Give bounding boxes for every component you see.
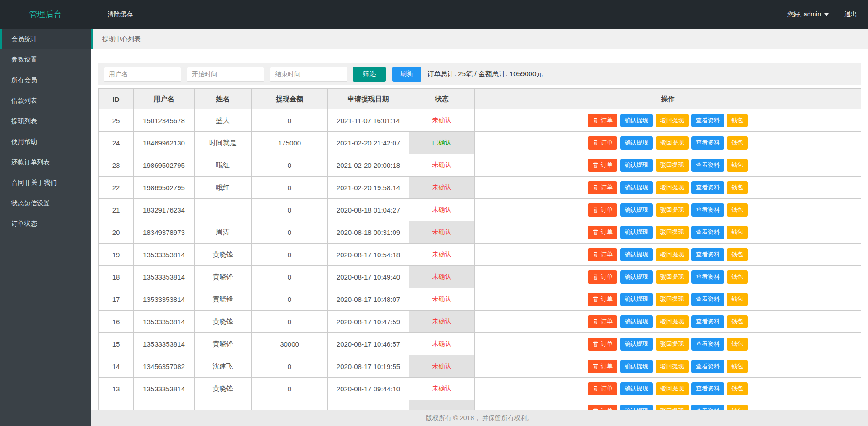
order-button[interactable]: 订单 bbox=[588, 248, 617, 261]
view-profile-button[interactable]: 查看资料 bbox=[691, 293, 724, 306]
confirm-withdraw-button[interactable]: 确认提现 bbox=[620, 270, 653, 284]
reject-withdraw-button[interactable]: 驳回提现 bbox=[656, 315, 689, 328]
name-cell: 哦红 bbox=[195, 177, 252, 199]
view-profile-button[interactable]: 查看资料 bbox=[691, 248, 724, 261]
reject-withdraw-button[interactable]: 驳回提现 bbox=[656, 136, 689, 150]
clear-cache-link[interactable]: 清除缓存 bbox=[98, 0, 142, 29]
sidebar-item-member-stats[interactable]: 会员统计 bbox=[0, 29, 91, 49]
reject-withdraw-button[interactable]: 驳回提现 bbox=[656, 338, 689, 351]
wallet-button[interactable]: 钱包 bbox=[727, 293, 748, 306]
button-label: 驳回提现 bbox=[660, 116, 684, 125]
confirm-withdraw-button[interactable]: 确认提现 bbox=[620, 181, 653, 194]
wallet-button[interactable]: 钱包 bbox=[727, 360, 748, 373]
order-button[interactable]: 订单 bbox=[588, 181, 617, 194]
status-cell: 未确认 bbox=[409, 199, 475, 221]
confirm-withdraw-button[interactable]: 确认提现 bbox=[620, 159, 653, 172]
view-profile-button[interactable]: 查看资料 bbox=[691, 315, 724, 328]
reject-withdraw-button[interactable]: 驳回提现 bbox=[656, 293, 689, 306]
view-profile-button[interactable]: 查看资料 bbox=[691, 203, 724, 217]
reject-withdraw-button[interactable]: 驳回提现 bbox=[656, 382, 689, 395]
view-profile-button[interactable]: 查看资料 bbox=[691, 338, 724, 351]
reject-withdraw-button[interactable]: 驳回提现 bbox=[656, 181, 689, 194]
reject-withdraw-button[interactable]: 驳回提现 bbox=[656, 226, 689, 239]
confirm-withdraw-button[interactable]: 确认提现 bbox=[620, 203, 653, 217]
view-profile-button[interactable]: 查看资料 bbox=[691, 382, 724, 395]
order-button[interactable]: 订单 bbox=[588, 114, 617, 127]
filter-button[interactable]: 筛选 bbox=[353, 67, 386, 82]
view-profile-button[interactable]: 查看资料 bbox=[691, 114, 724, 127]
name-cell: 黄晓锋 bbox=[195, 333, 252, 355]
trash-icon bbox=[592, 318, 599, 325]
sidebar-item-sms-settings[interactable]: 状态短信设置 bbox=[0, 193, 91, 213]
username-cell: 13533353814 bbox=[134, 333, 195, 355]
button-label: 订单 bbox=[601, 340, 613, 348]
button-label: 确认提现 bbox=[625, 340, 648, 348]
logout-link[interactable]: 退出 bbox=[844, 10, 857, 19]
confirm-withdraw-button[interactable]: 确认提现 bbox=[620, 136, 653, 150]
view-profile-button[interactable]: 查看资料 bbox=[691, 226, 724, 239]
wallet-button[interactable]: 钱包 bbox=[727, 159, 748, 172]
confirm-withdraw-button[interactable]: 确认提现 bbox=[620, 226, 653, 239]
view-profile-button[interactable]: 查看资料 bbox=[691, 270, 724, 284]
wallet-button[interactable]: 钱包 bbox=[727, 114, 748, 127]
wallet-button[interactable]: 钱包 bbox=[727, 226, 748, 239]
refresh-button[interactable]: 刷新 bbox=[392, 67, 421, 82]
sidebar-item-param-settings[interactable]: 参数设置 bbox=[0, 49, 91, 70]
action-buttons: 订单确认提现驳回提现查看资料钱包 bbox=[475, 315, 861, 328]
confirm-withdraw-button[interactable]: 确认提现 bbox=[620, 382, 653, 395]
view-profile-button[interactable]: 查看资料 bbox=[691, 360, 724, 373]
order-button[interactable]: 订单 bbox=[588, 315, 617, 328]
reject-withdraw-button[interactable]: 驳回提现 bbox=[656, 270, 689, 284]
wallet-button[interactable]: 钱包 bbox=[727, 382, 748, 395]
confirm-withdraw-button[interactable]: 确认提现 bbox=[620, 248, 653, 261]
sidebar-item-repay-orders[interactable]: 还款订单列表 bbox=[0, 152, 91, 172]
order-button[interactable]: 订单 bbox=[588, 293, 617, 306]
wallet-button[interactable]: 钱包 bbox=[727, 270, 748, 284]
wallet-button[interactable]: 钱包 bbox=[727, 338, 748, 351]
sidebar-item-help[interactable]: 使用帮助 bbox=[0, 131, 91, 152]
reject-withdraw-button[interactable]: 驳回提现 bbox=[656, 248, 689, 261]
wallet-button[interactable]: 钱包 bbox=[727, 136, 748, 150]
wallet-button[interactable]: 钱包 bbox=[727, 248, 748, 261]
sidebar-item-contract-about[interactable]: 合同 || 关于我们 bbox=[0, 172, 91, 193]
reject-withdraw-button[interactable]: 驳回提现 bbox=[656, 203, 689, 217]
view-profile-button[interactable]: 查看资料 bbox=[691, 136, 724, 150]
order-button[interactable]: 订单 bbox=[588, 338, 617, 351]
user-dropdown[interactable]: 您好, admin bbox=[787, 10, 829, 19]
confirm-withdraw-button[interactable]: 确认提现 bbox=[620, 293, 653, 306]
wallet-button[interactable]: 钱包 bbox=[727, 315, 748, 328]
order-button[interactable]: 订单 bbox=[588, 360, 617, 373]
end-time-input[interactable] bbox=[270, 67, 347, 82]
button-label: 确认提现 bbox=[625, 228, 648, 236]
button-label: 订单 bbox=[601, 362, 613, 370]
sidebar-item-all-members[interactable]: 所有会员 bbox=[0, 70, 91, 90]
view-profile-button[interactable]: 查看资料 bbox=[691, 181, 724, 194]
order-button[interactable]: 订单 bbox=[588, 382, 617, 395]
confirm-withdraw-button[interactable]: 确认提现 bbox=[620, 114, 653, 127]
button-label: 驳回提现 bbox=[660, 317, 684, 326]
button-label: 钱包 bbox=[731, 317, 743, 326]
order-button[interactable]: 订单 bbox=[588, 159, 617, 172]
order-button[interactable]: 订单 bbox=[588, 270, 617, 284]
confirm-withdraw-button[interactable]: 确认提现 bbox=[620, 360, 653, 373]
sidebar-item-order-status[interactable]: 订单状态 bbox=[0, 213, 91, 234]
reject-withdraw-button[interactable]: 驳回提现 bbox=[656, 159, 689, 172]
username-input[interactable] bbox=[104, 67, 181, 82]
wallet-button[interactable]: 钱包 bbox=[727, 181, 748, 194]
trash-icon bbox=[592, 363, 599, 369]
order-button[interactable]: 订单 bbox=[588, 226, 617, 239]
sidebar-item-loan-list[interactable]: 借款列表 bbox=[0, 90, 91, 111]
name-cell: 黄晓锋 bbox=[195, 266, 252, 288]
confirm-withdraw-button[interactable]: 确认提现 bbox=[620, 338, 653, 351]
order-button[interactable]: 订单 bbox=[588, 136, 617, 150]
sidebar-item-withdraw-list[interactable]: 提现列表 bbox=[0, 111, 91, 131]
button-label: 订单 bbox=[601, 273, 613, 281]
start-time-input[interactable] bbox=[187, 67, 264, 82]
confirm-withdraw-button[interactable]: 确认提现 bbox=[620, 315, 653, 328]
wallet-button[interactable]: 钱包 bbox=[727, 203, 748, 217]
order-button[interactable]: 订单 bbox=[588, 203, 617, 217]
button-label: 订单 bbox=[601, 250, 613, 259]
view-profile-button[interactable]: 查看资料 bbox=[691, 159, 724, 172]
reject-withdraw-button[interactable]: 驳回提现 bbox=[656, 114, 689, 127]
reject-withdraw-button[interactable]: 驳回提现 bbox=[656, 360, 689, 373]
